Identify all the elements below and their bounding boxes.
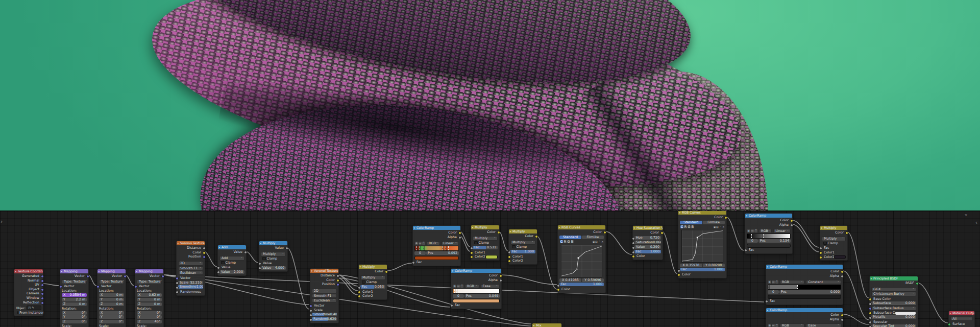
collapse-icon[interactable]: ▾ (950, 311, 951, 315)
ramp-stop-marker[interactable] (797, 285, 798, 289)
node-material-output[interactable]: ▾Material OutputAll˅SurfaceVolume (948, 311, 975, 327)
socket-value[interactable] (217, 271, 220, 274)
add-stop-button[interactable]: + (415, 242, 418, 245)
dropdown-euclidean[interactable]: Euclidean˅ (312, 298, 337, 303)
socket-color[interactable] (203, 251, 206, 254)
node-link[interactable] (501, 275, 557, 285)
node-link[interactable] (386, 263, 412, 271)
node-color-ramp-2[interactable]: ▾ColorRampColorAlpha+−˅RGB˅Ease˅0Pos0.04… (451, 268, 502, 309)
node-header[interactable]: ▾Multiply (259, 241, 287, 245)
color-mode-dropdown[interactable]: RGB˅ (759, 229, 772, 233)
socket-value[interactable] (309, 309, 312, 312)
collapse-icon[interactable]: ▾ (746, 214, 748, 218)
collapse-icon[interactable]: ▾ (414, 226, 415, 230)
node-header[interactable]: ▾Add (218, 245, 246, 249)
channel-c-button[interactable]: C (680, 225, 683, 228)
value-field[interactable]: X0.62 m (137, 293, 162, 297)
field-z[interactable]: Z0° (62, 320, 87, 324)
value-field[interactable]: Z0° (62, 320, 87, 323)
ramp-stop-marker[interactable] (763, 234, 764, 238)
field-x[interactable]: X0° (137, 311, 162, 315)
tone-buttons[interactable]: StandardFilmlike (680, 221, 725, 225)
value-field[interactable]: Y0° (99, 315, 124, 319)
socket-value[interactable] (258, 267, 261, 270)
field-x[interactable]: X0.0594 m (62, 293, 87, 297)
socket-value[interactable] (450, 304, 453, 307)
interpolation-dropdown[interactable]: Ease˅ (481, 284, 500, 289)
ramp-controls[interactable]: +−˅RGB˅Linear˅ (747, 228, 791, 233)
collapse-icon[interactable]: ▾ (61, 269, 63, 273)
object-picker-field[interactable]: ◳ ✎ (27, 306, 41, 310)
field-value[interactable]: Value4.000 (261, 266, 286, 270)
node-link[interactable] (499, 231, 508, 251)
tone-standard-button[interactable]: Standard (559, 236, 581, 239)
value-field[interactable]: Fac1.000 (634, 250, 661, 253)
socket-value[interactable] (358, 286, 361, 289)
remove-stop-button[interactable]: − (772, 281, 775, 284)
node-math-add[interactable]: ▾AddValueAdd˅ClampValueValue2.000 (217, 245, 247, 276)
ramp-menu-icon[interactable]: ˅ (775, 324, 778, 327)
value-field[interactable]: Random0.629 (312, 317, 337, 321)
channel-buttons[interactable]: CRGB▣▤ ˅ ✕ (559, 240, 604, 244)
checkbox-icon[interactable] (221, 261, 225, 265)
value-field[interactable]: Fac0.531 (473, 246, 498, 249)
ramp-position-row[interactable]: 0Pos0.092 (414, 251, 459, 255)
node-header[interactable]: ▾ColorRamp (413, 226, 460, 230)
socket-value[interactable] (412, 261, 415, 264)
dropdown-field[interactable]: All˅ (950, 317, 973, 321)
socket-value[interactable] (557, 284, 560, 287)
field-y[interactable]: Y0° (62, 315, 87, 319)
node-header[interactable]: ▾Material Output (949, 311, 974, 315)
node-header[interactable]: ▾Mix (532, 323, 561, 327)
value-field[interactable]: Fac1.000 (510, 250, 535, 253)
stop-color-row[interactable] (453, 299, 500, 303)
dropdown-ggx[interactable]: GGX˅ (871, 287, 916, 292)
ramp-menu-icon[interactable]: ˅ (775, 281, 778, 284)
socket-color[interactable] (358, 291, 361, 294)
curve-area[interactable] (561, 245, 602, 277)
node-color-ramp-5[interactable]: ▾ColorRampColorAlpha+−˅RGB˅Ease˅ (766, 308, 843, 327)
node-link[interactable] (847, 232, 869, 298)
socket-value[interactable] (744, 249, 747, 252)
socket-color[interactable] (508, 260, 511, 263)
remove-stop-button[interactable]: − (419, 242, 422, 245)
checkbox-icon[interactable] (262, 257, 266, 261)
field-z[interactable]: Z0 m (62, 302, 87, 307)
field-y[interactable]: Y2.2 m (62, 298, 87, 302)
checkbox-clamp[interactable]: Clamp (261, 256, 286, 261)
stop-color-row[interactable] (768, 295, 841, 299)
channel-buttons[interactable]: CRGB▣▤ ˅ ✕ (680, 225, 725, 229)
value-field[interactable]: Value0.290 (634, 245, 661, 249)
channel-b-button[interactable]: B (691, 225, 694, 228)
socket-value[interactable] (217, 266, 220, 269)
socket-value[interactable] (869, 321, 872, 324)
node-mix-multiply-3[interactable]: ▾MultiplyColorMultiply˅ClampFac1.000Colo… (508, 229, 537, 265)
value-field[interactable]: X0 m (99, 293, 124, 297)
dropdown-field[interactable]: Multiply˅ (473, 236, 498, 241)
node-mapping-3[interactable]: ▾MappingVectorType: Texture˅VectorLocati… (135, 269, 164, 327)
socket-vector[interactable] (41, 288, 44, 291)
value-field[interactable]: Scale52.210 (178, 281, 203, 285)
add-stop-button[interactable]: + (453, 285, 456, 288)
tone-standard-button[interactable]: Standard (680, 221, 702, 224)
value-field[interactable]: Fac1.000 (680, 268, 725, 271)
socket-shader[interactable] (948, 323, 951, 326)
ramp-menu-icon[interactable]: ˅ (422, 242, 425, 245)
color-ramp-gradient[interactable] (768, 285, 841, 290)
dropdown-multiply[interactable]: Multiply˅ (510, 240, 535, 245)
color-swatch[interactable] (895, 311, 916, 315)
socket-value[interactable] (508, 251, 511, 254)
collapse-icon[interactable]: ▾ (767, 265, 769, 269)
field-smoothne[interactable]: Smoothne0.486 (312, 313, 337, 317)
collapse-icon[interactable]: ▾ (559, 225, 560, 229)
node-header[interactable]: ▾Principled BSDF (870, 276, 918, 281)
dropdown-subsurface-radius[interactable]: Subsurface Radius˅ (871, 306, 916, 311)
socket-vector[interactable] (41, 301, 44, 305)
collapse-icon[interactable]: ▾ (311, 269, 313, 273)
node-link[interactable] (42, 284, 59, 286)
socket-value[interactable] (632, 251, 635, 254)
ramp-bar[interactable] (414, 246, 459, 251)
ramp-stop-marker[interactable] (424, 246, 424, 250)
stop-color-row[interactable] (414, 256, 459, 261)
tone-filmlike-button[interactable]: Filmlike (703, 221, 725, 224)
